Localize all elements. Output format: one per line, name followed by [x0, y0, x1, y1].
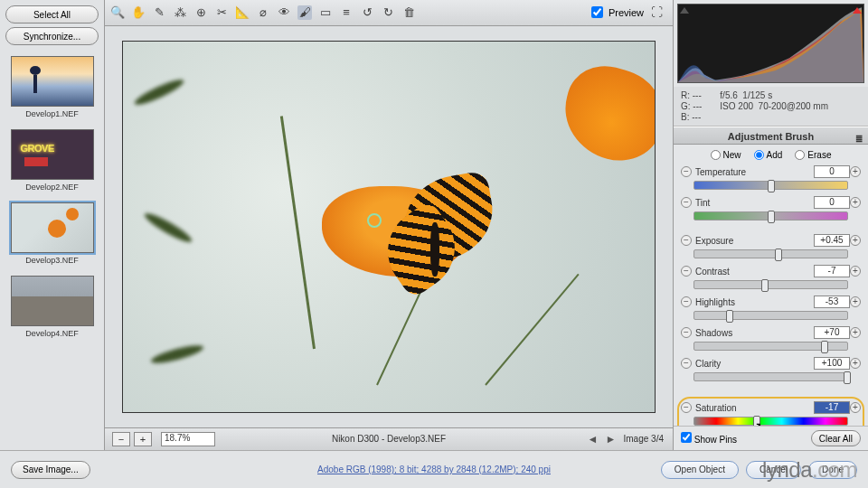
canvas[interactable]	[105, 26, 673, 427]
center-pane: 🔍 ✋ ✎ ⁂ ⊕ ✂ 📐 ⌀ 👁 🖌 ▭ ≡ ↺ ↻ 🗑 Preview ⛶	[105, 0, 673, 450]
slider-exposure-increment[interactable]: +	[850, 235, 861, 246]
slider-highlights-increment[interactable]: +	[850, 296, 861, 307]
prev-image-button[interactable]: ◄	[588, 433, 600, 446]
slider-clarity-thumb[interactable]	[844, 371, 851, 384]
zoom-tool-icon[interactable]: 🔍	[110, 5, 125, 20]
slider-saturation-increment[interactable]: +	[850, 402, 861, 413]
slider-temperature-value[interactable]: 0	[814, 165, 850, 178]
slider-temperature-decrement[interactable]: −	[681, 166, 692, 177]
histogram[interactable]	[677, 4, 864, 83]
eyedropper-icon[interactable]: ✎	[152, 5, 166, 20]
panel-menu-icon[interactable]: ≣	[855, 130, 863, 148]
rotate-cw-icon[interactable]: ↻	[381, 5, 395, 20]
slider-contrast-increment[interactable]: +	[850, 266, 861, 277]
rotate-ccw-icon[interactable]: ↺	[360, 5, 374, 20]
synchronize-button[interactable]: Synchronize...	[5, 27, 99, 45]
slider-shadows-value[interactable]: +70	[814, 326, 850, 339]
slider-shadows-track[interactable]	[693, 342, 848, 351]
exif-aperture: f/5.6	[720, 90, 737, 100]
straighten-icon[interactable]: 📐	[235, 5, 250, 20]
slider-temperature-thumb[interactable]	[768, 180, 775, 192]
slider-tint-decrement[interactable]: −	[681, 197, 692, 208]
sampler-icon[interactable]: ⁂	[173, 5, 187, 20]
slider-highlights-thumb[interactable]	[726, 310, 733, 323]
slider-tint-value[interactable]: 0	[814, 196, 850, 209]
slider-clarity-track[interactable]	[693, 372, 848, 381]
slider-tint: −Tint0+	[681, 196, 861, 221]
slider-temperature: −Temperature0+	[681, 165, 861, 190]
fullscreen-icon[interactable]: ⛶	[649, 5, 664, 20]
target-icon[interactable]: ⊕	[193, 5, 208, 20]
slider-clarity-decrement[interactable]: −	[681, 358, 692, 369]
clear-all-button[interactable]: Clear All	[811, 430, 861, 446]
brush-mode-add[interactable]: Add	[754, 150, 783, 160]
slider-shadows-label: Shadows	[692, 328, 814, 338]
redeye-icon[interactable]: 👁	[277, 5, 291, 20]
next-image-button[interactable]: ►	[606, 433, 618, 446]
thumbnail-3[interactable]: Develop3.NEF	[5, 202, 99, 265]
exif-r: R: ---	[681, 90, 702, 100]
slider-tint-increment[interactable]: +	[850, 197, 861, 208]
brush-mode-new[interactable]: New	[711, 150, 741, 160]
highlight-clip-icon[interactable]	[853, 6, 862, 14]
exif-readout: R: --- G: --- B: --- f/5.6 1/125 s ISO 2…	[674, 87, 868, 127]
slider-saturation-value[interactable]: -17	[814, 401, 850, 414]
thumbnail-1[interactable]: Develop1.NEF	[5, 56, 99, 118]
slider-contrast-thumb[interactable]	[761, 279, 769, 292]
slider-contrast-value[interactable]: -7	[814, 265, 850, 277]
slider-temperature-track[interactable]	[693, 181, 848, 190]
slider-contrast-track[interactable]	[693, 280, 848, 289]
preview-checkbox[interactable]	[591, 6, 603, 18]
adjustment-brush-icon[interactable]: 🖌	[297, 5, 312, 20]
slider-shadows-decrement[interactable]: −	[681, 327, 692, 338]
select-all-button[interactable]: Select All	[5, 5, 99, 23]
slider-highlights-track[interactable]	[693, 311, 848, 320]
done-button[interactable]: Done	[808, 461, 857, 479]
slider-highlights-decrement[interactable]: −	[681, 296, 692, 307]
zoom-out-button[interactable]: −	[112, 432, 130, 446]
trash-icon[interactable]: 🗑	[401, 5, 416, 20]
slider-highlights: −Highlights-53+	[681, 296, 861, 320]
slider-saturation-track[interactable]	[693, 417, 848, 426]
slider-exposure-decrement[interactable]: −	[681, 235, 692, 246]
crop-tool-icon[interactable]: ✂	[214, 5, 229, 20]
save-image-button[interactable]: Save Image...	[11, 461, 90, 479]
slider-tint-thumb[interactable]	[768, 211, 775, 223]
photo-preview	[122, 41, 656, 413]
shadow-clip-icon[interactable]	[680, 6, 689, 14]
zoom-in-button[interactable]: +	[134, 432, 152, 446]
slider-shadows-thumb[interactable]	[821, 341, 828, 353]
thumbnail-3-label: Develop3.NEF	[25, 256, 79, 265]
open-object-button[interactable]: Open Object	[661, 461, 739, 479]
radial-filter-icon[interactable]: ≡	[339, 5, 354, 20]
spot-removal-icon[interactable]: ⌀	[256, 5, 270, 20]
slider-exposure-track[interactable]	[693, 249, 848, 258]
slider-contrast-label: Contrast	[692, 267, 814, 277]
slider-shadows-increment[interactable]: +	[850, 327, 861, 338]
metadata-link[interactable]: Adobe RGB (1998); 8 bit; 4288 by 2848 (1…	[317, 465, 551, 474]
panel-header: Adjustment Brush ≣	[674, 127, 868, 145]
slider-tint-track[interactable]	[693, 211, 848, 221]
slider-temperature-increment[interactable]: +	[850, 166, 861, 177]
slider-clarity-value[interactable]: +100	[814, 357, 850, 370]
slider-contrast-decrement[interactable]: −	[681, 266, 692, 277]
slider-highlights-value[interactable]: -53	[814, 296, 850, 308]
filename-label: Nikon D300 - Develop3.NEF	[332, 434, 446, 444]
thumbnail-4[interactable]: Develop4.NEF	[5, 276, 99, 338]
zoom-select[interactable]: 18.7%	[161, 432, 215, 446]
slider-exposure-value[interactable]: +0.45	[814, 234, 850, 247]
brush-mode-erase[interactable]: Erase	[795, 150, 831, 160]
slider-saturation-label: Saturation	[692, 403, 814, 413]
slider-saturation: −Saturation-17+↖	[681, 401, 861, 426]
thumbnail-2[interactable]: GROVE Develop2.NEF	[5, 129, 99, 192]
slider-clarity-increment[interactable]: +	[850, 358, 861, 369]
hand-tool-icon[interactable]: ✋	[131, 5, 146, 20]
show-pins-checkbox[interactable]: Show Pins	[681, 432, 737, 445]
slider-saturation-decrement[interactable]: −	[681, 402, 692, 413]
slider-shadows: −Shadows+70+	[681, 326, 861, 351]
sliders-list: −Temperature0+−Tint0+−Exposure+0.45+−Con…	[674, 165, 868, 426]
cancel-button[interactable]: Cancel	[746, 461, 801, 479]
slider-exposure-thumb[interactable]	[775, 249, 782, 261]
slider-contrast: −Contrast-7+	[681, 265, 861, 289]
graduated-filter-icon[interactable]: ▭	[318, 5, 333, 20]
